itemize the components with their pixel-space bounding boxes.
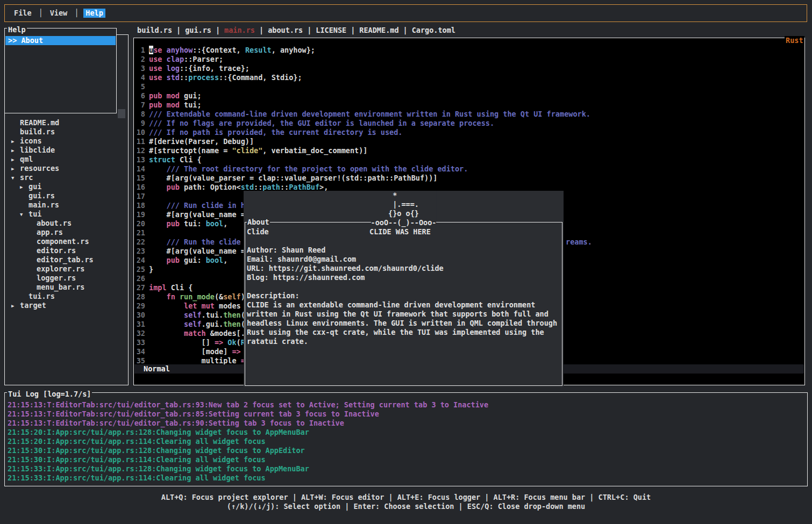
about-tagline: CLIDE WAS HERE	[369, 227, 431, 236]
line-number: 11	[134, 137, 145, 146]
tab-separator: |	[403, 26, 408, 34]
tree-item-label: component.rs	[37, 237, 89, 246]
help-dropdown: Help >> About	[4, 28, 117, 113]
code-line[interactable]: 11#[derive(Parser, Debug)]	[134, 137, 804, 146]
tree-item-logger.rs[interactable]: logger.rs	[5, 274, 128, 283]
line-number: 27	[134, 283, 145, 292]
editor-mode-label: Normal	[144, 364, 170, 373]
tree-item-target[interactable]: ▶target	[5, 301, 128, 310]
tree-item-editor.rs[interactable]: editor.rs	[5, 246, 128, 255]
code-line[interactable]: 12#[structopt(name = "clide", verbatim_d…	[134, 146, 804, 155]
description-line: CLIDE is an extendable command-line driv…	[247, 300, 561, 310]
code-text: #[structopt(name = "clide", verbatim_doc…	[149, 146, 367, 155]
tree-item-editor_tab.rs[interactable]: editor_tab.rs	[5, 255, 128, 264]
tree-item-label: about.rs	[37, 219, 72, 227]
log-entry: 21:15:13:T:EditorTab:src/tui/editor_tab.…	[8, 410, 804, 419]
tab-LICENSE[interactable]: LICENSE	[316, 26, 346, 34]
line-number: 34	[134, 347, 145, 356]
tab-README.md[interactable]: README.md	[359, 26, 398, 34]
menu-item-help[interactable]: Help	[83, 9, 105, 18]
tree-item-about.rs[interactable]: about.rs	[5, 219, 128, 228]
tree-item-main.rs[interactable]: main.rs	[5, 200, 128, 210]
menu-separator: │	[39, 9, 43, 18]
code-line[interactable]: 13struct Cli {	[134, 155, 804, 164]
code-line[interactable]: 4use std::process::{Command, Stdio};	[134, 73, 804, 82]
tree-item-label: src	[20, 173, 33, 182]
tree-item-label: resources	[20, 164, 59, 173]
tab-separator: |	[176, 26, 181, 34]
tree-item-build.rs[interactable]: build.rs	[5, 127, 128, 137]
tree-item-app.rs[interactable]: app.rs	[5, 228, 128, 237]
code-line[interactable]: 1use anyhow::{Context, Result, anyhow};	[134, 46, 804, 55]
about-blog-line: Blog: https://shaunreed.com	[247, 273, 365, 282]
line-number: 32	[134, 329, 145, 338]
tab-Cargo.toml[interactable]: Cargo.toml	[412, 26, 455, 34]
code-line[interactable]: 15 #[arg(value_parser = clap::value_pars…	[134, 174, 804, 183]
line-number: 14	[134, 164, 145, 174]
tree-item-README.md[interactable]: README.md	[5, 118, 128, 127]
tui-log-panel: Tui Log [log=1.7/s] 21:15:13:T:EditorTab…	[4, 392, 808, 486]
code-line[interactable]: 14 /// The root directory for the projec…	[134, 164, 804, 174]
code-line[interactable]: 7pub mod tui;	[134, 101, 804, 110]
line-number: 29	[134, 302, 145, 311]
menu-item-file[interactable]: File	[12, 9, 34, 18]
line-number: 23	[134, 247, 145, 256]
line-number: 6	[134, 91, 145, 101]
about-description: CLIDE is an extendable command-line driv…	[247, 300, 561, 346]
line-number: 25	[134, 265, 145, 274]
tree-item-qml[interactable]: ▶qml	[5, 155, 128, 164]
hint-line-1: ALT+Q: Focus project explorer | ALT+W: F…	[0, 493, 812, 502]
tree-item-tui[interactable]: ▼tui	[5, 210, 128, 219]
about-author-line: Author: Shaun Reed	[247, 246, 325, 255]
menu-option-about[interactable]: >> About	[5, 36, 116, 45]
tree-item-explorer.rs[interactable]: explorer.rs	[5, 264, 128, 274]
about-url-line: URL: https://git.shaunreed.com/shaunrd0/…	[247, 264, 444, 273]
code-text: #[arg(value_name =	[149, 210, 245, 219]
tree-item-resources[interactable]: ▶resources	[5, 164, 128, 173]
line-number: 21	[134, 228, 145, 238]
line-number: 7	[134, 101, 145, 110]
code-text: [] => Ok(R	[149, 338, 245, 347]
about-app-name: Clide	[247, 227, 269, 236]
code-text: /// The root directory for the project t…	[149, 164, 468, 174]
line22-overflow-text: reams.	[566, 238, 592, 247]
explorer-scrollbar-thumb[interactable]	[118, 109, 125, 118]
menu-item-view[interactable]: View	[48, 9, 70, 18]
folder-collapsed-icon: ▶	[11, 164, 20, 174]
code-line[interactable]: 8/// Extendable command-line driven deve…	[134, 110, 804, 119]
code-text: }	[149, 265, 153, 274]
line-number: 17	[134, 192, 145, 201]
log-entry: 21:15:30:I:App:src/tui/app.rs:128:Changi…	[8, 446, 804, 455]
code-text: use std::process::{Command, Stdio};	[149, 73, 302, 82]
line-number: 24	[134, 256, 145, 265]
code-line[interactable]: 2use clap::Parser;	[134, 55, 804, 64]
code-line[interactable]: 5	[134, 82, 804, 91]
tree-item-menu_bar.rs[interactable]: menu_bar.rs	[5, 283, 128, 292]
tree-item-label: README.md	[20, 118, 59, 127]
tree-item-label: libclide	[20, 146, 55, 154]
tab-about.rs[interactable]: about.rs	[268, 26, 303, 34]
tree-item-gui.rs[interactable]: gui.rs	[5, 191, 128, 200]
tree-item-tui.rs[interactable]: tui.rs	[5, 292, 128, 301]
tab-gui.rs[interactable]: gui.rs	[185, 26, 211, 34]
tree-item-component.rs[interactable]: component.rs	[5, 237, 128, 246]
line-number: 2	[134, 55, 145, 64]
code-text: /// Run the clide	[149, 238, 245, 247]
line-number: 5	[134, 82, 145, 91]
code-text: struct Cli {	[149, 155, 202, 164]
tree-item-libclide[interactable]: ▶libclide	[5, 146, 128, 155]
tab-separator: |	[259, 26, 263, 34]
tab-build.rs[interactable]: build.rs	[137, 26, 172, 34]
code-line[interactable]: 9/// If no flags are provided, the GUI e…	[134, 119, 804, 128]
code-line[interactable]: 3use log::{info, trace};	[134, 64, 804, 73]
tab-main.rs[interactable]: main.rs	[224, 26, 255, 34]
code-line[interactable]: 10/// If no path is provided, the curren…	[134, 128, 804, 137]
line-number: 20	[134, 219, 145, 228]
code-line[interactable]: 6pub mod gui;	[134, 91, 804, 101]
log-entry: 21:15:33:I:App:src/tui/app.rs:114:Cleari…	[8, 473, 804, 483]
tree-item-src[interactable]: ▼src	[5, 173, 128, 182]
editor-tabs: build.rs|gui.rs|main.rs|about.rs|LICENSE…	[137, 26, 455, 35]
tree-item-icons[interactable]: ▶icons	[5, 137, 128, 146]
tree-item-gui[interactable]: ▶gui	[5, 182, 128, 191]
log-lines: 21:15:13:T:EditorTab:src/tui/editor_tab.…	[8, 400, 804, 483]
